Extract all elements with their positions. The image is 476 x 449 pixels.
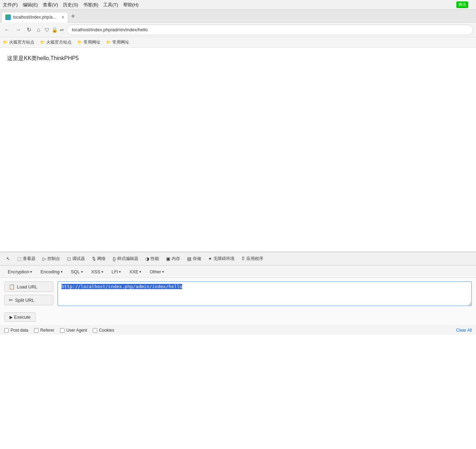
menu-help[interactable]: 帮助(H) [123, 2, 139, 8]
home-button[interactable]: ⌂ [35, 25, 42, 34]
cookies-input[interactable] [93, 328, 97, 333]
refresh-button[interactable]: ↻ [25, 25, 33, 34]
url-input[interactable]: localhost/index.php/admin/index/hello [67, 25, 473, 35]
hackbar-menu-encryption[interactable]: Encryption ▾ [4, 268, 35, 275]
xxe-label: XXE [129, 269, 138, 274]
storage-icon: ▤ [187, 256, 191, 261]
bookmark-item-1[interactable]: 📁 火狐官方站点 [3, 39, 34, 45]
debugger-icon: ◻ [67, 256, 71, 261]
devtools-memory[interactable]: ▣ 内存 [163, 254, 184, 263]
devtools-application[interactable]: ⠿ 应用程序 [238, 254, 267, 263]
performance-icon: ◑ [145, 256, 149, 261]
execute-button[interactable]: ▶ Execute [4, 312, 36, 322]
cookies-label: Cookies [99, 328, 114, 333]
style-label: 样式编辑器 [117, 256, 138, 262]
hackbar-menu-other[interactable]: Other ▾ [146, 268, 167, 275]
storage-label: 存储 [193, 256, 201, 262]
new-tab-button[interactable]: + [71, 13, 75, 20]
network-icon: ⇅ [92, 256, 96, 261]
folder-icon-3: 📁 [77, 40, 82, 45]
devtools-style-editor[interactable]: {} 样式编辑器 [109, 254, 142, 263]
tab-title: localhost/index.php/admin/i [13, 15, 59, 20]
user-agent-checkbox[interactable]: User Agent [60, 328, 87, 333]
bookmark-label-1: 火狐官方站点 [9, 39, 34, 45]
cookies-checkbox[interactable]: Cookies [93, 328, 114, 333]
performance-label: 性能 [151, 256, 159, 262]
hackbar-menu-encoding[interactable]: Encoding ▾ [37, 268, 66, 275]
hackbar-buttons: 📋 Load URL ✂ Split URL [4, 281, 53, 305]
inspector-icon: ↖ [6, 256, 10, 261]
devtools-toolbar: ↖ ⬚ 查看器 ▷ 控制台 ◻ 调试器 ⇅ 网络 {} 样式编辑器 ◑ 性能 ▣… [0, 252, 476, 266]
menu-bar: 文件(F) 编辑(E) 查看(V) 历史(S) 书签(B) 工具(T) 帮助(H… [0, 0, 476, 10]
devtools-network[interactable]: ⇅ 网络 [88, 254, 109, 263]
devtools-console[interactable]: ▷ 控制台 [39, 254, 64, 263]
address-bar: ← → ↻ ⌂ 🛡 🔒 ⇌ localhost/index.php/admin/… [0, 22, 476, 37]
encryption-label: Encryption [8, 269, 29, 274]
hackbar-menu-xss[interactable]: XSS ▾ [88, 268, 107, 275]
hackbar-body: 📋 Load URL ✂ Split URL [0, 278, 476, 311]
referer-input[interactable] [34, 328, 39, 333]
bookmark-item-2[interactable]: 📁 火狐官方站点 [40, 39, 72, 45]
xss-dropdown-arrow: ▾ [101, 270, 103, 274]
lfi-dropdown-arrow: ▾ [119, 270, 121, 274]
forward-button[interactable]: → [14, 25, 22, 34]
post-data-input[interactable] [4, 328, 9, 333]
xss-label: XSS [91, 269, 100, 274]
tab-bar: localhost/index.php/admin/i × + [0, 10, 476, 22]
accessibility-label: 无障碍环境 [213, 256, 234, 262]
folder-icon-2: 📁 [40, 40, 45, 45]
post-data-label: Post data [11, 328, 28, 333]
lfi-label: LFI [112, 269, 118, 274]
encryption-dropdown-arrow: ▾ [30, 270, 32, 274]
load-url-button[interactable]: 📋 Load URL [4, 281, 53, 292]
folder-icon-4: 📁 [106, 40, 111, 45]
menu-file[interactable]: 文件(F) [3, 2, 18, 8]
hackbar-menu: Encryption ▾ Encoding ▾ SQL ▾ XSS ▾ LFI … [0, 266, 476, 278]
devtools-storage[interactable]: ▤ 存储 [184, 254, 205, 263]
back-button[interactable]: ← [3, 25, 11, 34]
devtools-inspector-toggle[interactable]: ↖ [3, 255, 14, 263]
debugger-label: 调试器 [72, 256, 85, 262]
referer-checkbox[interactable]: Referer [34, 328, 54, 333]
bookmarks-bar: 📁 火狐官方站点 📁 火狐官方站点 📁 常用网址 📁 常用网址 [0, 37, 476, 48]
menu-view[interactable]: 查看(V) [43, 2, 58, 8]
hackbar-menu-sql[interactable]: SQL ▾ [67, 268, 86, 275]
execute-area: ▶ Execute [0, 311, 476, 325]
devtools-performance[interactable]: ◑ 性能 [142, 254, 163, 263]
split-url-button[interactable]: ✂ Split URL [4, 295, 53, 305]
bookmark-label-4: 常用网址 [112, 39, 129, 45]
devtools-viewer[interactable]: ⬚ 查看器 [14, 254, 39, 263]
execute-icon: ▶ [9, 315, 13, 320]
application-icon: ⠿ [242, 256, 245, 261]
browser-tab[interactable]: localhost/index.php/admin/i × [1, 12, 68, 22]
hackbar-url-input[interactable] [58, 281, 472, 306]
console-icon: ▷ [42, 256, 46, 261]
user-agent-input[interactable] [60, 328, 65, 333]
menu-bookmarks[interactable]: 书签(B) [83, 2, 98, 8]
console-label: 控制台 [47, 256, 60, 262]
tab-close-button[interactable]: × [61, 14, 64, 20]
memory-icon: ▣ [166, 256, 170, 261]
devtools-accessibility[interactable]: ✦ 无障碍环境 [205, 254, 238, 263]
referer-label: Referer [40, 328, 54, 333]
post-data-checkbox[interactable]: Post data [4, 328, 28, 333]
bookmark-item-3[interactable]: 📁 常用网址 [77, 39, 100, 45]
folder-icon-1: 📁 [3, 40, 8, 45]
bookmark-item-4[interactable]: 📁 常用网址 [106, 39, 129, 45]
style-icon: {} [113, 256, 116, 261]
menu-edit[interactable]: 编辑(E) [23, 2, 38, 8]
hackbar-menu-lfi[interactable]: LFI ▾ [108, 268, 125, 275]
load-url-label: Load URL [17, 284, 38, 289]
sql-dropdown-arrow: ▾ [81, 270, 83, 274]
bookmark-label-3: 常用网址 [84, 39, 100, 45]
hackbar-footer: Post data Referer User Agent Cookies Cle… [0, 325, 476, 335]
menu-tools[interactable]: 工具(T) [103, 2, 118, 8]
hackbar-menu-xxe[interactable]: XXE ▾ [126, 268, 145, 275]
devtools-debugger[interactable]: ◻ 调试器 [64, 254, 88, 263]
memory-label: 内存 [172, 256, 180, 262]
tab-favicon [5, 14, 11, 20]
menu-history[interactable]: 历史(S) [63, 2, 78, 8]
clear-all-button[interactable]: Clear All [456, 328, 472, 333]
viewer-icon: ⬚ [17, 256, 21, 261]
viewer-label: 查看器 [23, 256, 35, 262]
